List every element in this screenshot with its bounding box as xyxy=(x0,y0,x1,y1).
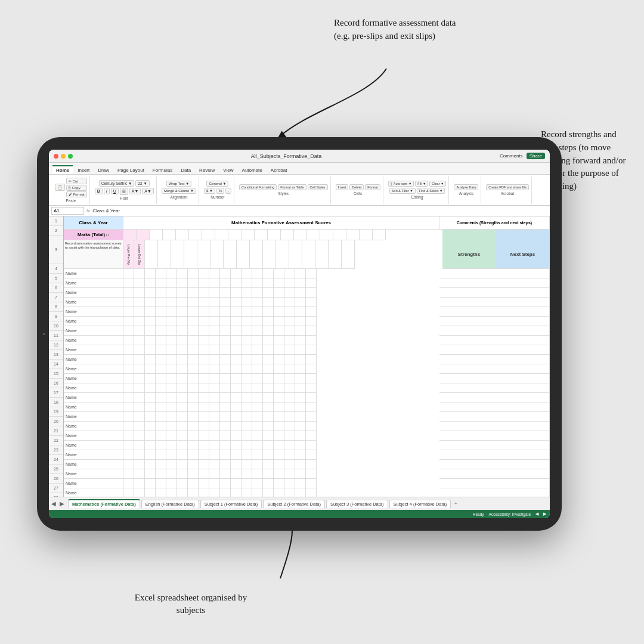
tab-data[interactable]: Data xyxy=(177,166,194,174)
table-row: Name xyxy=(64,298,550,307)
student-name: Name xyxy=(64,307,123,317)
pdf-group: Create PDF and share file Acrobat xyxy=(484,177,532,204)
underline-button[interactable]: U xyxy=(111,188,119,194)
tab-home[interactable]: Home xyxy=(52,165,73,174)
tab-page-layout[interactable]: Page Layout xyxy=(114,166,148,174)
currency-button[interactable]: $ ▼ xyxy=(204,188,215,194)
tab-mathematics[interactable]: Mathematics (Formative Data) xyxy=(68,499,140,508)
fill-button[interactable]: Fill ▼ xyxy=(415,181,428,187)
score-col xyxy=(163,230,176,240)
cell-styles-button[interactable]: Cell Styles xyxy=(308,184,328,190)
format-table-button[interactable]: Format as Table xyxy=(278,184,306,190)
clipboard-group: 📋 ✂ Cut ⎘ Copy 🖌 Format Paste xyxy=(52,177,90,204)
score-col xyxy=(123,230,137,240)
minimize-button[interactable] xyxy=(61,154,66,159)
name-box[interactable] xyxy=(51,207,84,215)
ribbon-tabs: Home Insert Draw Page Layout Formulas Da… xyxy=(49,163,550,175)
find-select-button[interactable]: Find & Select ▼ xyxy=(417,188,445,194)
formula-content: Class & Year xyxy=(92,208,547,213)
share-button[interactable]: Share xyxy=(527,153,545,159)
table-row: Name xyxy=(64,326,550,336)
tab-subject3[interactable]: Subject 3 (Formative Data) xyxy=(326,500,388,508)
table-row: Name xyxy=(64,402,550,412)
italic-button[interactable]: I xyxy=(104,188,110,194)
score-col xyxy=(373,230,386,240)
maximize-button[interactable] xyxy=(68,154,73,159)
comments-button[interactable]: Comments xyxy=(500,153,523,159)
insert-cells-button[interactable]: Insert xyxy=(336,184,349,190)
tab-view[interactable]: View xyxy=(219,166,237,174)
table-row: Name xyxy=(64,269,550,278)
student-name: Name xyxy=(64,422,123,431)
table-row: Name xyxy=(64,336,550,345)
student-name: Name xyxy=(64,298,123,307)
analyze-data-button[interactable]: Analyse Data xyxy=(454,184,478,190)
copy-button[interactable]: ⎘ Copy xyxy=(66,185,87,191)
score-col xyxy=(189,230,202,240)
annotation-top: Record formative assessment data (e.g. p… xyxy=(334,17,471,43)
student-name: Name xyxy=(64,488,123,497)
font-selector[interactable]: Century Gothic ▼ xyxy=(99,180,135,187)
tab-acrobat[interactable]: Acrobat xyxy=(267,166,291,174)
next-steps-header xyxy=(496,230,550,240)
merge-center-button[interactable]: Merge & Centre ▼ xyxy=(162,188,196,194)
table-row: Name xyxy=(64,288,550,298)
student-name: Name xyxy=(64,412,123,422)
score-col xyxy=(333,230,346,240)
wrap-text-button[interactable]: Wrap Text ▼ xyxy=(166,181,191,187)
table-row: Name xyxy=(64,469,550,479)
nav-left[interactable]: ◀ xyxy=(51,500,56,507)
clear-button[interactable]: Clear ▼ xyxy=(429,181,446,187)
sort-filter-button[interactable]: Sort & Filter ▼ xyxy=(389,188,416,194)
font-size[interactable]: 22 ▼ xyxy=(135,180,149,187)
scroll-left[interactable]: ◀ xyxy=(535,512,538,516)
tab-subject4[interactable]: Subject 4 (Formative Data) xyxy=(389,500,451,508)
table-row: Name xyxy=(64,364,550,374)
student-name: Name xyxy=(64,374,123,383)
scroll-right[interactable]: ▶ xyxy=(543,512,546,516)
tab-formulas[interactable]: Formulas xyxy=(149,166,176,174)
delete-cells-button[interactable]: Delete xyxy=(349,184,364,190)
border-button[interactable]: ⊞ xyxy=(120,188,128,195)
cut-button[interactable]: ✂ Cut xyxy=(66,178,87,184)
tab-insert[interactable]: Insert xyxy=(74,166,93,174)
fill-color-button[interactable]: A▼ xyxy=(129,188,141,194)
format-painter-button[interactable]: 🖌 Format xyxy=(66,191,87,197)
student-name: Name xyxy=(64,345,123,355)
table-row: Name xyxy=(64,479,550,488)
device-frame: All_Subjects_Formative_Data Comments Sha… xyxy=(37,137,562,531)
score-col xyxy=(228,230,242,240)
bold-button[interactable]: B xyxy=(95,188,103,194)
comma-button[interactable]: , xyxy=(225,188,231,194)
student-name: Name xyxy=(64,450,123,460)
format-cells-button[interactable]: Format xyxy=(365,184,380,190)
tab-review[interactable]: Review xyxy=(196,166,218,174)
table-row: Name xyxy=(64,355,550,364)
spreadsheet-body: 1 2 3 4 5 6 7 8 9 10 11 12 13 14 xyxy=(49,216,550,497)
tab-english[interactable]: English (Formative Data) xyxy=(141,500,199,508)
number-format[interactable]: General ▼ xyxy=(206,181,228,187)
tab-subject2[interactable]: Subject 2 (Formative Data) xyxy=(263,500,325,508)
score-col xyxy=(176,230,189,240)
score-col xyxy=(281,230,294,240)
table-row: Name xyxy=(64,422,550,431)
tab-subject1[interactable]: Subject 1 (Formative Data) xyxy=(200,500,262,508)
add-sheet-button[interactable]: + xyxy=(452,500,459,507)
close-button[interactable] xyxy=(54,154,58,159)
autosum-button[interactable]: ∑ Auto-sum ▼ xyxy=(388,181,414,187)
tab-automate[interactable]: Automate xyxy=(239,166,266,174)
create-pdf-button[interactable]: Create PDF and share file xyxy=(486,184,529,190)
comments-title-header: Comments (Strengths and next steps) xyxy=(439,216,550,230)
student-name: Name xyxy=(64,402,123,412)
score-col xyxy=(150,230,163,240)
table-row: Name xyxy=(64,374,550,383)
percent-button[interactable]: % xyxy=(216,188,224,194)
conditional-format-button[interactable]: Conditional Formatting xyxy=(239,184,277,190)
font-color-button[interactable]: A▼ xyxy=(142,188,154,194)
pre-slip-label: Longer Pre-Slip xyxy=(123,240,134,269)
tab-draw[interactable]: Draw xyxy=(94,166,113,174)
score-col xyxy=(255,230,268,240)
paste-button[interactable]: 📋 xyxy=(55,184,65,191)
nav-right[interactable]: ▶ xyxy=(60,500,64,507)
table-row: Name xyxy=(64,450,550,460)
